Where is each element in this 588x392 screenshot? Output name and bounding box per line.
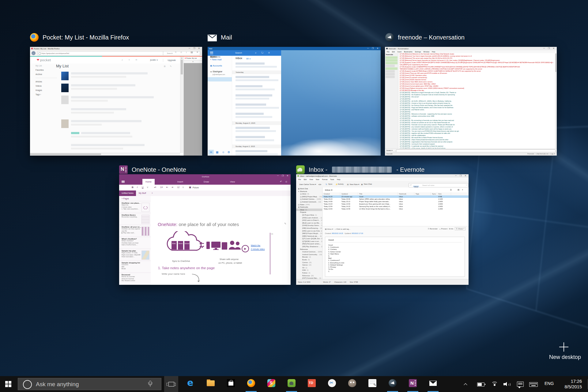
edit-pencil-icon[interactable]: ✎ [284,222,286,225]
share-button[interactable]: ⎘ Share ▾ [455,227,466,230]
add-page-button[interactable]: + Pages [119,196,151,201]
menu-item[interactable]: Help [337,179,340,180]
picture-button[interactable]: Picture [193,187,199,189]
sidebar-item[interactable]: Android Commu...(3289) [296,198,322,201]
ribbon-tab-home[interactable]: Home [142,179,155,185]
pocket-sidebar-item[interactable]: Tags › [36,93,57,96]
sidebar-item[interactable]: [ANI] Learn to Draw A...(2) [296,219,322,222]
sidebar-item[interactable]: [KRI] Learn to use Krita(2) [296,230,322,232]
info-button[interactable]: ℹ Info [449,228,453,230]
note-row[interactable]: Today 13:03Today 13:49 LG Wine Smart bri… [322,208,469,210]
sidebar-item[interactable]: Android Community...(10) [296,253,322,256]
menu-item[interactable]: View [309,179,313,180]
action-center-icon[interactable] [517,382,524,387]
volume-icon[interactable] [503,382,510,386]
page-card[interactable]: Sample shopping list Groceries Milk Brea… [119,261,151,273]
taskbar-icon-text-editor[interactable] [366,376,379,392]
underline-button[interactable]: U [142,186,144,189]
ribbon-tab-view[interactable]: View [227,179,238,185]
trash-and-view-icons[interactable]: 🗑 ▦▾ [450,189,466,191]
list-item[interactable] [56,83,179,95]
vertical-scrollbar[interactable]: ▲ [180,57,183,153]
notebook-title-dropdown[interactable]: Inbox ▾ [325,189,332,191]
taskbar-icon-konversation[interactable] [386,376,399,392]
view-toggle-icons[interactable]: ⊞ ✎ [164,65,174,68]
page-card[interactable]: Deceased Ramon de Guzman Aurea de Guzman… [119,273,151,285]
taskbar-icon-edge[interactable] [184,376,197,392]
list-item[interactable] [56,107,179,119]
window-controls[interactable]: ─ ❐ ✕ [277,175,290,177]
sidebar-item[interactable]: [BLE] Learn to use Ble...(2) [296,222,322,224]
sidebar-item[interactable]: [AND] Learn Android ...(1) [296,217,322,219]
ribbon-tab-insert[interactable]: Insert [174,179,186,185]
cortana-search-box[interactable]: Ask me anything [18,378,161,390]
undo-icon[interactable]: ↶ [280,180,282,183]
sidebar-item[interactable]: Android Commun...(3289) [296,251,322,253]
filter-dropdown[interactable]: All ∨ [246,58,251,60]
server-node[interactable]: freenode [385,53,398,56]
sidebar-item[interactable]: Python(4) [296,272,322,274]
account-menu[interactable]: Juan Carlos Torres ▾ [299,183,316,185]
checkbox-button[interactable]: ☑ [177,186,179,189]
taskbar-icon-store[interactable] [224,376,238,392]
notebook-tab-unfiled[interactable]: Unfiled Notes [119,190,136,196]
sidebar-item[interactable]: Notebooks [296,206,322,209]
window-thumbnail-konversation[interactable]: freenode – Konversation ─ ❐ ✕ FileEditIn… [385,47,557,156]
start-button[interactable] [0,376,18,392]
list-item[interactable] [56,71,179,83]
activity-button[interactable]: Activity [338,183,344,185]
sidebar-item[interactable]: Blender(2) [296,256,322,258]
note-row[interactable]: Today 16:2523 minutes ago Good:Inbox 576… [322,195,469,198]
sidebar-item[interactable]: Reference [296,248,322,251]
note-editor[interactable]: Good: Good:1. Continuum2. Cortana3. Acti… [325,237,465,277]
mail-folder[interactable]: More [210,56,217,58]
list-item[interactable] [56,131,179,143]
account-menu[interactable]: jucato ∨ [150,59,158,61]
tray-overflow-chevron-icon[interactable] [464,383,467,386]
reminder-button[interactable]: ⏱ Reminder [428,228,438,230]
task-view-button[interactable] [164,376,178,392]
taskbar-icon-evernote[interactable] [285,376,298,392]
search-sync-filter-icons[interactable]: ⌕ ↻ ≡ [255,51,272,55]
menu-item[interactable]: Note [316,179,319,180]
clear-search-icon[interactable]: × [466,184,467,186]
add-notebook-tab-button[interactable]: + [149,190,155,196]
hamburger-menu-icon[interactable] [122,181,125,183]
sidebar-item[interactable]: Books(5) [296,258,322,261]
picture-icon[interactable]: ▣ [189,186,191,189]
page-card[interactable]: OneNote Basics Remember everything... [119,213,151,225]
sidebar-item[interactable]: [RES] Research artists,...(2) [296,243,322,245]
list-item[interactable] [56,95,179,107]
sidebar-item[interactable]: Inbox(6) [296,193,322,195]
sidebar-item[interactable]: [SR] Play Shadowrun ...(1) [296,245,322,248]
taskbar-icon-gimp[interactable] [345,376,359,392]
pocket-sidebar-item[interactable]: My List [36,65,57,67]
sidebar-item[interactable]: [QT][KDE] Learn to wr...(2) [296,240,322,243]
pocket-sidebar-item[interactable]: Archive [36,73,57,75]
bold-button[interactable]: B [132,186,134,189]
pocket-sidebar-item[interactable] [36,78,57,78]
play-button[interactable]: ▶ [242,245,249,252]
accounts-button[interactable]: ◉ Accounts [210,64,222,67]
pocket-sidebar-item[interactable]: Images [36,89,57,91]
taskbar-icon-mail[interactable] [426,376,440,392]
new-note-button[interactable]: New Note ▾ [350,183,359,185]
outdent-button[interactable]: ⇤ [166,186,168,189]
sidebar-item[interactable]: Inbox(6) [296,209,322,211]
indent-button[interactable]: ⇥ [171,186,173,189]
menu-item[interactable]: Edit [304,179,307,180]
menu-item[interactable]: Edit [392,51,395,53]
note-row[interactable]: Today 14:24Today 14:40 Expand your Xbox … [322,203,469,205]
sidebar-item[interactable]: Work Chat [296,187,322,190]
activity-icon[interactable]: ⚡ [335,183,338,185]
page-card[interactable]: OneNote: one place... Watch the 2 minute… [119,201,151,213]
window-thumbnail-evernote[interactable]: Inbox - carlosdgtorres@gmail.com - Evern… [296,174,469,285]
note-canvas[interactable]: OneNote: one place for all of your notes… [151,196,291,285]
sidebar-item[interactable]: [QT] Learn Qt/QML Dev(4) [296,237,322,240]
taskbar-icon-tweetdeck[interactable] [305,376,318,392]
taskbar-icon-snipping-tool[interactable] [325,376,339,392]
menu-item[interactable]: Bookmarks [404,51,413,53]
mail-view-icon[interactable]: ✉ [208,150,214,155]
calendar-view-icon[interactable]: ▦ [214,150,220,155]
menu-item[interactable]: Settings [415,51,421,53]
